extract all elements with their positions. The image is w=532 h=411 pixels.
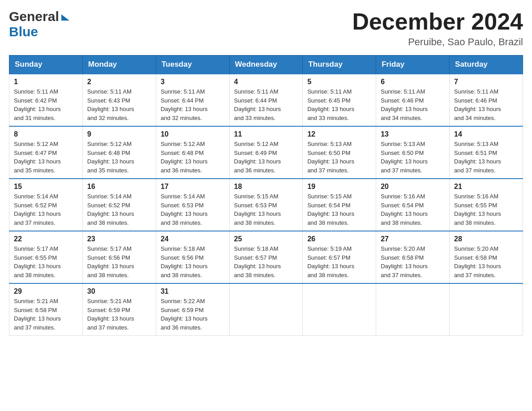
calendar-day-17: 17Sunrise: 5:14 AM Sunset: 6:53 PM Dayli… [156, 179, 229, 231]
day-number: 1 [14, 78, 78, 86]
day-info: Sunrise: 5:17 AM Sunset: 6:55 PM Dayligh… [14, 245, 61, 278]
calendar-week-1: 1Sunrise: 5:11 AM Sunset: 6:42 PM Daylig… [9, 74, 523, 126]
day-number: 21 [454, 183, 518, 191]
calendar-day-18: 18Sunrise: 5:15 AM Sunset: 6:53 PM Dayli… [229, 179, 303, 231]
day-number: 7 [454, 78, 518, 86]
day-number: 19 [307, 183, 371, 191]
day-info: Sunrise: 5:14 AM Sunset: 6:53 PM Dayligh… [161, 193, 208, 226]
day-number: 23 [87, 235, 151, 243]
day-number: 14 [454, 130, 518, 138]
day-info: Sunrise: 5:20 AM Sunset: 6:58 PM Dayligh… [454, 245, 501, 278]
title-area: December 2024 Peruibe, Sao Paulo, Brazil [352, 9, 523, 48]
logo-general: General [9, 9, 59, 24]
day-number: 9 [87, 130, 151, 138]
day-info: Sunrise: 5:16 AM Sunset: 6:54 PM Dayligh… [381, 193, 428, 226]
day-number: 3 [161, 78, 225, 86]
header-friday: Friday [376, 56, 450, 74]
day-info: Sunrise: 5:11 AM Sunset: 6:44 PM Dayligh… [234, 88, 281, 121]
header-monday: Monday [82, 56, 156, 74]
calendar-day-28: 28Sunrise: 5:20 AM Sunset: 6:58 PM Dayli… [450, 231, 523, 283]
calendar-day-14: 14Sunrise: 5:13 AM Sunset: 6:51 PM Dayli… [450, 126, 523, 179]
day-info: Sunrise: 5:21 AM Sunset: 6:58 PM Dayligh… [14, 298, 61, 331]
logo-blue: Blue [9, 24, 69, 39]
day-info: Sunrise: 5:12 AM Sunset: 6:47 PM Dayligh… [14, 141, 61, 174]
day-info: Sunrise: 5:18 AM Sunset: 6:57 PM Dayligh… [234, 245, 281, 278]
day-number: 4 [234, 78, 298, 86]
calendar-week-4: 22Sunrise: 5:17 AM Sunset: 6:55 PM Dayli… [9, 231, 523, 283]
header-tuesday: Tuesday [156, 56, 229, 74]
day-info: Sunrise: 5:12 AM Sunset: 6:49 PM Dayligh… [234, 141, 281, 174]
calendar-day-10: 10Sunrise: 5:12 AM Sunset: 6:48 PM Dayli… [156, 126, 229, 179]
day-number: 27 [381, 235, 445, 243]
day-info: Sunrise: 5:16 AM Sunset: 6:55 PM Dayligh… [454, 193, 501, 226]
day-info: Sunrise: 5:17 AM Sunset: 6:56 PM Dayligh… [87, 245, 134, 278]
calendar-day-29: 29Sunrise: 5:21 AM Sunset: 6:58 PM Dayli… [9, 283, 83, 336]
logo: General Blue [9, 9, 69, 39]
calendar-day-1: 1Sunrise: 5:11 AM Sunset: 6:42 PM Daylig… [9, 74, 83, 126]
day-number: 22 [14, 235, 78, 243]
calendar-day-13: 13Sunrise: 5:13 AM Sunset: 6:50 PM Dayli… [376, 126, 450, 179]
day-number: 31 [161, 287, 225, 295]
calendar-day-11: 11Sunrise: 5:12 AM Sunset: 6:49 PM Dayli… [229, 126, 303, 179]
day-number: 20 [381, 183, 445, 191]
calendar-day-31: 31Sunrise: 5:22 AM Sunset: 6:59 PM Dayli… [156, 283, 229, 336]
day-number: 26 [307, 235, 371, 243]
day-info: Sunrise: 5:22 AM Sunset: 6:59 PM Dayligh… [161, 298, 208, 331]
calendar-empty-cell [229, 283, 303, 336]
calendar-day-15: 15Sunrise: 5:14 AM Sunset: 6:52 PM Dayli… [9, 179, 83, 231]
calendar-day-16: 16Sunrise: 5:14 AM Sunset: 6:52 PM Dayli… [82, 179, 156, 231]
day-info: Sunrise: 5:20 AM Sunset: 6:58 PM Dayligh… [381, 245, 428, 278]
day-number: 6 [381, 78, 445, 86]
calendar-day-19: 19Sunrise: 5:15 AM Sunset: 6:54 PM Dayli… [303, 179, 376, 231]
day-info: Sunrise: 5:13 AM Sunset: 6:51 PM Dayligh… [454, 141, 501, 174]
calendar-day-7: 7Sunrise: 5:11 AM Sunset: 6:46 PM Daylig… [450, 74, 523, 126]
day-number: 13 [381, 130, 445, 138]
calendar-day-20: 20Sunrise: 5:16 AM Sunset: 6:54 PM Dayli… [376, 179, 450, 231]
calendar-day-25: 25Sunrise: 5:18 AM Sunset: 6:57 PM Dayli… [229, 231, 303, 283]
calendar-day-12: 12Sunrise: 5:13 AM Sunset: 6:50 PM Dayli… [303, 126, 376, 179]
calendar-day-5: 5Sunrise: 5:11 AM Sunset: 6:45 PM Daylig… [303, 74, 376, 126]
day-info: Sunrise: 5:11 AM Sunset: 6:44 PM Dayligh… [161, 88, 208, 121]
calendar-day-3: 3Sunrise: 5:11 AM Sunset: 6:44 PM Daylig… [156, 74, 229, 126]
day-number: 28 [454, 235, 518, 243]
day-number: 17 [161, 183, 225, 191]
day-number: 30 [87, 287, 151, 295]
day-number: 8 [14, 130, 78, 138]
calendar-day-8: 8Sunrise: 5:12 AM Sunset: 6:47 PM Daylig… [9, 126, 83, 179]
calendar-empty-cell [450, 283, 523, 336]
location-title: Peruibe, Sao Paulo, Brazil [352, 36, 523, 48]
day-info: Sunrise: 5:12 AM Sunset: 6:48 PM Dayligh… [87, 141, 134, 174]
day-info: Sunrise: 5:11 AM Sunset: 6:46 PM Dayligh… [381, 88, 428, 121]
day-number: 15 [14, 183, 78, 191]
day-number: 11 [234, 130, 298, 138]
calendar-day-26: 26Sunrise: 5:19 AM Sunset: 6:57 PM Dayli… [303, 231, 376, 283]
calendar-week-5: 29Sunrise: 5:21 AM Sunset: 6:58 PM Dayli… [9, 283, 523, 336]
calendar-header-row: SundayMondayTuesdayWednesdayThursdayFrid… [9, 56, 523, 74]
day-number: 16 [87, 183, 151, 191]
page-header: General Blue December 2024 Peruibe, Sao … [9, 9, 523, 48]
day-number: 24 [161, 235, 225, 243]
day-number: 5 [307, 78, 371, 86]
header-saturday: Saturday [450, 56, 523, 74]
day-info: Sunrise: 5:14 AM Sunset: 6:52 PM Dayligh… [14, 193, 61, 226]
day-number: 25 [234, 235, 298, 243]
calendar-day-22: 22Sunrise: 5:17 AM Sunset: 6:55 PM Dayli… [9, 231, 83, 283]
header-sunday: Sunday [9, 56, 83, 74]
day-info: Sunrise: 5:11 AM Sunset: 6:42 PM Dayligh… [14, 88, 61, 121]
calendar-empty-cell [376, 283, 450, 336]
day-number: 29 [14, 287, 78, 295]
calendar-day-23: 23Sunrise: 5:17 AM Sunset: 6:56 PM Dayli… [82, 231, 156, 283]
day-info: Sunrise: 5:11 AM Sunset: 6:43 PM Dayligh… [87, 88, 134, 121]
day-info: Sunrise: 5:15 AM Sunset: 6:53 PM Dayligh… [234, 193, 281, 226]
header-wednesday: Wednesday [229, 56, 303, 74]
header-thursday: Thursday [303, 56, 376, 74]
day-number: 18 [234, 183, 298, 191]
calendar-week-2: 8Sunrise: 5:12 AM Sunset: 6:47 PM Daylig… [9, 126, 523, 179]
calendar-table: SundayMondayTuesdayWednesdayThursdayFrid… [9, 55, 523, 336]
day-info: Sunrise: 5:19 AM Sunset: 6:57 PM Dayligh… [307, 245, 354, 278]
calendar-day-2: 2Sunrise: 5:11 AM Sunset: 6:43 PM Daylig… [82, 74, 156, 126]
calendar-day-27: 27Sunrise: 5:20 AM Sunset: 6:58 PM Dayli… [376, 231, 450, 283]
day-info: Sunrise: 5:13 AM Sunset: 6:50 PM Dayligh… [381, 141, 428, 174]
day-info: Sunrise: 5:21 AM Sunset: 6:59 PM Dayligh… [87, 298, 134, 331]
calendar-day-30: 30Sunrise: 5:21 AM Sunset: 6:59 PM Dayli… [82, 283, 156, 336]
